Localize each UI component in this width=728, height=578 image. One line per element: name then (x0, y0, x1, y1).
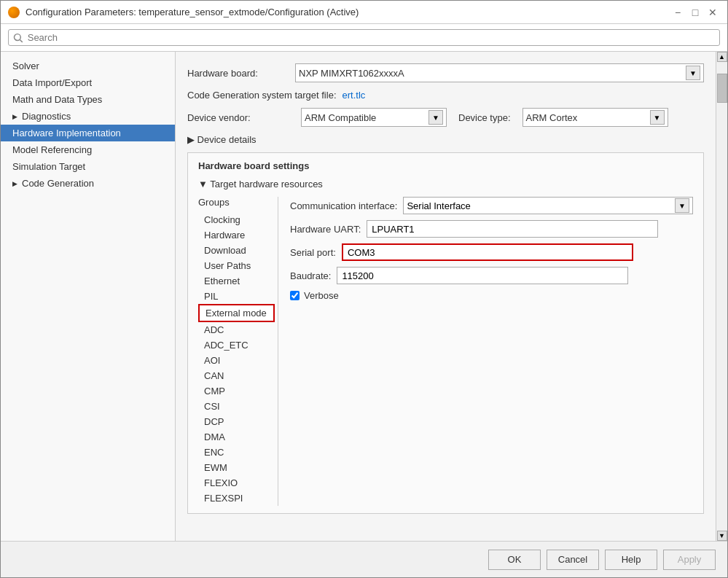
verbose-row: Verbose (290, 290, 693, 301)
verbose-label: Verbose (304, 290, 339, 301)
close-button[interactable]: ✕ (705, 5, 720, 20)
group-item-external-mode[interactable]: External mode (198, 304, 275, 322)
baudrate-label: Baudrate: (290, 270, 331, 281)
sidebar-item-code-generation[interactable]: Code Generation (1, 175, 175, 192)
device-vendor-type-row: Device vendor: ARM Compatible ▼ Device t… (187, 108, 704, 127)
group-item-cmp[interactable]: CMP (198, 383, 275, 399)
hardware-board-value: NXP MIMXRT1062xxxxA (299, 68, 683, 79)
sidebar-item-diagnostics[interactable]: Diagnostics (1, 108, 175, 125)
baudrate-input[interactable] (337, 267, 628, 284)
scrollbar-thumb[interactable] (717, 74, 727, 103)
title-controls: − □ ✕ (670, 5, 720, 20)
group-item-can[interactable]: CAN (198, 368, 275, 383)
comm-interface-row: Communication interface: Serial Interfac… (290, 197, 693, 214)
search-input-wrap (8, 29, 720, 46)
group-item-hardware[interactable]: Hardware (198, 227, 275, 243)
verbose-checkbox[interactable] (290, 291, 300, 300)
group-item-enc[interactable]: ENC (198, 445, 275, 460)
group-item-download[interactable]: Download (198, 243, 275, 258)
sidebar-item-label: Solver (12, 60, 39, 71)
sidebar-item-model-referencing[interactable]: Model Referencing (1, 141, 175, 158)
group-item-flexio[interactable]: FLEXIO (198, 475, 275, 491)
baudrate-row: Baudrate: (290, 267, 693, 284)
app-icon (8, 7, 20, 18)
device-type-value: ARM Cortex (526, 112, 647, 123)
device-type-label: Device type: (458, 112, 511, 123)
title-bar-left: Configuration Parameters: temperature_se… (8, 7, 359, 18)
sidebar-item-label: Code Generation (22, 178, 94, 189)
content-area: Hardware board: NXP MIMXRT1062xxxxA ▼ Co… (176, 52, 716, 541)
device-vendor-dropdown-arrow[interactable]: ▼ (428, 110, 443, 125)
group-item-adc-etc[interactable]: ADC_ETC (198, 337, 275, 353)
search-icon (13, 33, 23, 43)
hardware-board-row: Hardware board: NXP MIMXRT1062xxxxA ▼ (187, 63, 704, 82)
group-item-pil[interactable]: PIL (198, 289, 275, 304)
sidebar-item-math-data-types[interactable]: Math and Data Types (1, 91, 175, 108)
code-gen-link[interactable]: ert.tlc (343, 90, 366, 101)
content-scrollbar[interactable]: ▲ ▼ (716, 52, 727, 541)
target-hw-resources-label: ▼ Target hardware resources (198, 179, 323, 190)
main-content: Solver Data Import/Export Math and Data … (1, 52, 727, 541)
hw-board-settings-title: Hardware board settings (198, 160, 693, 171)
minimize-button[interactable]: − (670, 5, 685, 20)
device-details-row[interactable]: ▶ Device details (187, 134, 704, 145)
hardware-uart-row: Hardware UART: (290, 220, 693, 238)
group-item-ethernet[interactable]: Ethernet (198, 273, 275, 289)
group-item-aoi[interactable]: AOI (198, 353, 275, 368)
group-item-user-paths[interactable]: User Paths (198, 258, 275, 273)
device-type-select[interactable]: ARM Cortex ▼ (522, 108, 668, 127)
group-item-clocking[interactable]: Clocking (198, 212, 275, 227)
scrollbar-up-arrow[interactable]: ▲ (717, 52, 727, 62)
main-window: Configuration Parameters: temperature_se… (0, 0, 728, 578)
sidebar-item-label: Hardware Implementation (12, 128, 121, 138)
sidebar-item-label: Simulation Target (12, 161, 85, 172)
comm-interface-label: Communication interface: (290, 200, 397, 211)
serial-port-row: Serial port: (290, 243, 693, 261)
hardware-board-settings-box: Hardware board settings ▼ Target hardwar… (187, 152, 704, 514)
hardware-board-label: Hardware board: (187, 68, 289, 79)
group-item-dcp[interactable]: DCP (198, 414, 275, 429)
comm-interface-value: Serial Interface (407, 200, 470, 211)
comm-interface-select[interactable]: Serial Interface ▼ (403, 197, 693, 214)
sidebar-item-label: Math and Data Types (12, 94, 102, 105)
scrollbar-down-arrow[interactable]: ▼ (717, 531, 727, 541)
sidebar-item-simulation-target[interactable]: Simulation Target (1, 158, 175, 175)
hardware-board-dropdown-arrow[interactable]: ▼ (686, 66, 700, 80)
device-vendor-label: Device vendor: (187, 112, 289, 123)
group-item-ewm[interactable]: EWM (198, 460, 275, 475)
maximize-button[interactable]: □ (688, 5, 702, 20)
group-item-adc[interactable]: ADC (198, 322, 275, 337)
help-button[interactable]: Help (605, 550, 657, 570)
bottom-bar: OK Cancel Help Apply (1, 541, 727, 577)
device-details-label: ▶ Device details (187, 134, 257, 145)
target-hw-resources-title[interactable]: ▼ Target hardware resources (198, 179, 693, 190)
serial-port-label: Serial port: (290, 247, 336, 258)
comm-interface-dropdown-arrow[interactable]: ▼ (675, 198, 689, 213)
hardware-uart-label: Hardware UART: (290, 224, 361, 235)
device-vendor-select[interactable]: ARM Compatible ▼ (301, 108, 447, 127)
group-item-flexspi[interactable]: FLEXSPI (198, 491, 275, 506)
sidebar-item-solver[interactable]: Solver (1, 58, 175, 74)
sidebar: Solver Data Import/Export Math and Data … (1, 52, 176, 541)
title-bar: Configuration Parameters: temperature_se… (1, 1, 727, 24)
serial-port-input[interactable] (342, 243, 633, 261)
sidebar-item-label: Data Import/Export (12, 77, 92, 88)
sidebar-item-data-import-export[interactable]: Data Import/Export (1, 74, 175, 91)
sidebar-item-hardware-implementation[interactable]: Hardware Implementation (1, 125, 175, 141)
sidebar-item-label: Model Referencing (12, 144, 92, 155)
hardware-uart-input[interactable] (367, 220, 658, 238)
groups-list: Groups Clocking Hardware Download User P… (198, 197, 278, 506)
cancel-button[interactable]: Cancel (547, 550, 599, 570)
sidebar-item-label: Diagnostics (22, 111, 71, 122)
ok-button[interactable]: OK (488, 550, 541, 570)
svg-line-1 (20, 39, 22, 42)
search-input[interactable] (28, 32, 715, 43)
hardware-board-select[interactable]: NXP MIMXRT1062xxxxA ▼ (295, 63, 704, 82)
group-item-csi[interactable]: CSI (198, 399, 275, 414)
code-gen-row: Code Generation system target file: ert.… (187, 90, 704, 101)
device-type-dropdown-arrow[interactable]: ▼ (650, 110, 665, 125)
group-item-dma[interactable]: DMA (198, 429, 275, 445)
code-gen-label: Code Generation system target file: (187, 90, 337, 101)
apply-button[interactable]: Apply (663, 550, 716, 570)
groups-panel: Groups Clocking Hardware Download User P… (198, 197, 693, 506)
